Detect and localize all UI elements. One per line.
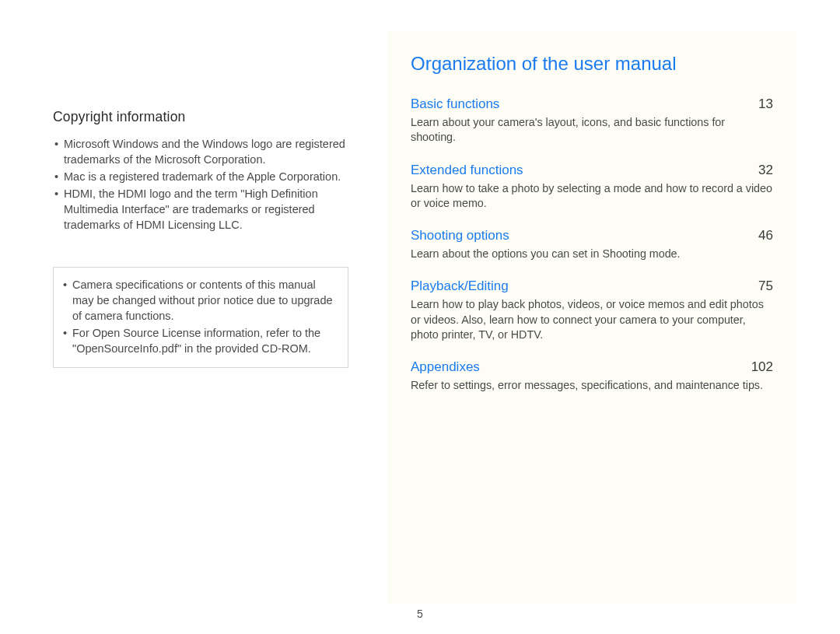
list-item: Mac is a registered trademark of the App… (53, 169, 348, 184)
toc-page-number: 32 (758, 163, 773, 178)
toc-page-number: 102 (751, 359, 773, 375)
toc-row: Playback/Editing 75 (411, 278, 773, 294)
list-item: HDMI, the HDMI logo and the term "High D… (53, 186, 348, 233)
toc-description: Learn how to play back photos, videos, o… (411, 297, 773, 342)
copyright-heading: Copyright information (53, 109, 348, 125)
toc-title: Appendixes (411, 359, 480, 375)
toc-page-number: 46 (758, 228, 773, 243)
toc-item: Playback/Editing 75 Learn how to play ba… (411, 278, 773, 342)
note-box: Camera specifications or contents of thi… (53, 267, 348, 368)
copyright-bullet-list: Microsoft Windows and the Windows logo a… (53, 136, 348, 233)
left-column: Copyright information Microsoft Windows … (53, 31, 387, 603)
toc-item: Extended functions 32 Learn how to take … (411, 163, 773, 212)
toc-item: Shooting options 46 Learn about the opti… (411, 228, 773, 261)
toc-title: Extended functions (411, 163, 523, 178)
toc-row: Extended functions 32 (411, 163, 773, 178)
toc-description: Learn about the options you can set in S… (411, 247, 773, 261)
toc-description: Learn about your camera's layout, icons,… (411, 115, 773, 145)
toc-description: Refer to settings, error messages, speci… (411, 378, 773, 393)
toc-row: Shooting options 46 (411, 228, 773, 243)
toc-title: Shooting options (411, 228, 509, 243)
toc-row: Appendixes 102 (411, 359, 773, 375)
list-item: Microsoft Windows and the Windows logo a… (53, 136, 348, 167)
right-column: Organization of the user manual Basic fu… (387, 31, 796, 603)
manual-page: Copyright information Microsoft Windows … (0, 0, 840, 634)
list-item: For Open Source License information, ref… (61, 325, 340, 356)
toc-title: Basic functions (411, 96, 499, 112)
toc-item: Basic functions 13 Learn about your came… (411, 96, 773, 145)
toc-title: Playback/Editing (411, 278, 509, 294)
toc-page-number: 13 (758, 96, 773, 112)
page-number: 5 (417, 608, 423, 620)
organization-title: Organization of the user manual (411, 53, 773, 75)
toc-row: Basic functions 13 (411, 96, 773, 112)
toc-description: Learn how to take a photo by selecting a… (411, 181, 773, 212)
note-bullet-list: Camera specifications or contents of thi… (61, 277, 340, 356)
list-item: Camera specifications or contents of thi… (61, 277, 340, 324)
toc-item: Appendixes 102 Refer to settings, error … (411, 359, 773, 393)
toc-page-number: 75 (758, 278, 773, 294)
